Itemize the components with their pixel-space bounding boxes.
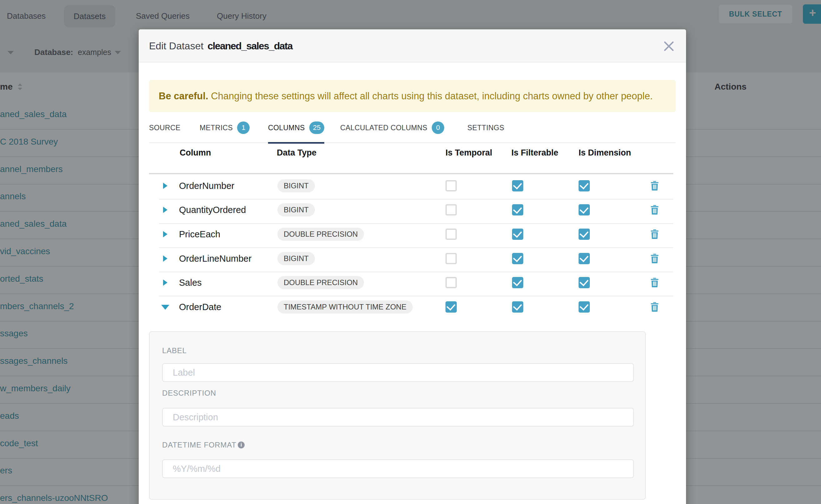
calculated-columns-count-badge: 0 — [432, 121, 444, 134]
row-divider — [159, 296, 673, 296]
tab-settings[interactable]: SETTINGS — [468, 112, 504, 143]
is-dimension-header: Is Dimension — [579, 146, 631, 159]
info-icon[interactable]: i — [238, 442, 245, 448]
metrics-count-badge: 1 — [237, 121, 250, 134]
is-filterable-checkbox[interactable] — [512, 204, 523, 215]
is-temporal-checkbox[interactable] — [446, 229, 457, 240]
data-type-pill: BIGINT — [277, 252, 315, 265]
column-name: QuantityOrdered — [179, 204, 246, 216]
is-temporal-checkbox[interactable] — [446, 301, 457, 313]
is-temporal-checkbox[interactable] — [446, 253, 457, 264]
warning-banner: Be careful. Changing these settings will… — [149, 80, 676, 112]
is-temporal-checkbox[interactable] — [446, 277, 457, 288]
data-type-pill: DOUBLE PRECISION — [277, 228, 364, 241]
row-divider — [159, 223, 673, 224]
delete-icon[interactable] — [650, 205, 659, 215]
expand-caret-icon[interactable] — [163, 183, 167, 189]
delete-icon[interactable] — [650, 254, 659, 263]
collapse-caret-icon[interactable] — [161, 305, 169, 310]
column-name: OrderLineNumber — [179, 252, 251, 265]
is-filterable-checkbox[interactable] — [512, 180, 523, 191]
row-divider — [159, 272, 673, 272]
is-filterable-checkbox[interactable] — [512, 229, 523, 240]
expand-caret-icon[interactable] — [163, 255, 167, 262]
edit-dataset-modal: Edit Dataset cleaned_sales_data Be caref… — [139, 29, 686, 504]
is-filterable-checkbox[interactable] — [512, 253, 523, 264]
modal-title: Edit Dataset cleaned_sales_data — [149, 29, 292, 62]
is-filterable-checkbox[interactable] — [512, 301, 523, 313]
data-type-header: Data Type — [277, 146, 316, 159]
column-name: OrderNumber — [179, 180, 234, 192]
modal-tabs: SOURCE METRICS 1 COLUMNS 25 CALCULATED C… — [149, 112, 676, 143]
is-dimension-checkbox[interactable] — [579, 180, 590, 191]
expand-caret-icon[interactable] — [163, 279, 167, 286]
columns-count-badge: 25 — [309, 121, 324, 134]
table-header-divider — [149, 173, 673, 174]
datetime-format-field-label: DATETIME FORMAT — [162, 440, 236, 450]
delete-icon[interactable] — [650, 302, 659, 312]
is-temporal-checkbox[interactable] — [446, 204, 457, 215]
modal-title-prefix: Edit Dataset — [149, 40, 203, 52]
modal-title-dataset-name: cleaned_sales_data — [207, 40, 292, 52]
is-dimension-checkbox[interactable] — [579, 229, 590, 240]
modal-header: Edit Dataset cleaned_sales_data — [139, 29, 686, 62]
is-dimension-checkbox[interactable] — [579, 301, 590, 313]
is-dimension-checkbox[interactable] — [579, 204, 590, 215]
label-field-label: LABEL — [162, 346, 187, 355]
is-filterable-header: Is Filterable — [512, 146, 558, 159]
data-type-pill: BIGINT — [277, 179, 315, 192]
column-header: Column — [180, 146, 211, 159]
row-divider — [159, 247, 673, 248]
description-field-label: DESCRIPTION — [162, 388, 216, 398]
expand-caret-icon[interactable] — [163, 231, 167, 237]
delete-icon[interactable] — [650, 278, 659, 287]
delete-icon[interactable] — [650, 181, 659, 190]
data-type-pill: DOUBLE PRECISION — [277, 276, 364, 289]
is-temporal-checkbox[interactable] — [446, 180, 457, 191]
delete-icon[interactable] — [650, 229, 659, 239]
tab-columns[interactable]: COLUMNS 25 — [268, 112, 324, 143]
data-type-pill: BIGINT — [277, 203, 315, 216]
data-type-pill: TIMESTAMP WITHOUT TIME ZONE — [277, 300, 413, 314]
is-dimension-checkbox[interactable] — [579, 253, 590, 264]
tab-source[interactable]: SOURCE — [149, 112, 180, 143]
tab-calculated-columns[interactable]: CALCULATED COLUMNS 0 — [340, 112, 444, 143]
description-field-input[interactable] — [162, 408, 634, 427]
tab-metrics[interactable]: METRICS 1 — [200, 112, 250, 143]
row-divider — [159, 199, 673, 200]
label-field-input[interactable] — [162, 363, 634, 382]
column-name: PriceEach — [179, 228, 220, 240]
datetime-format-field-input[interactable] — [162, 459, 634, 478]
is-filterable-checkbox[interactable] — [512, 277, 523, 288]
is-dimension-checkbox[interactable] — [579, 277, 590, 288]
column-name: Sales — [179, 276, 202, 289]
column-name: OrderDate — [179, 301, 221, 313]
is-temporal-header: Is Temporal — [446, 146, 492, 159]
warning-text: Be careful. Changing these settings will… — [159, 80, 653, 112]
close-icon[interactable] — [664, 41, 674, 52]
expand-caret-icon[interactable] — [163, 207, 167, 213]
column-expansion-panel: LABEL DESCRIPTION DATETIME FORMAT i — [149, 331, 646, 500]
